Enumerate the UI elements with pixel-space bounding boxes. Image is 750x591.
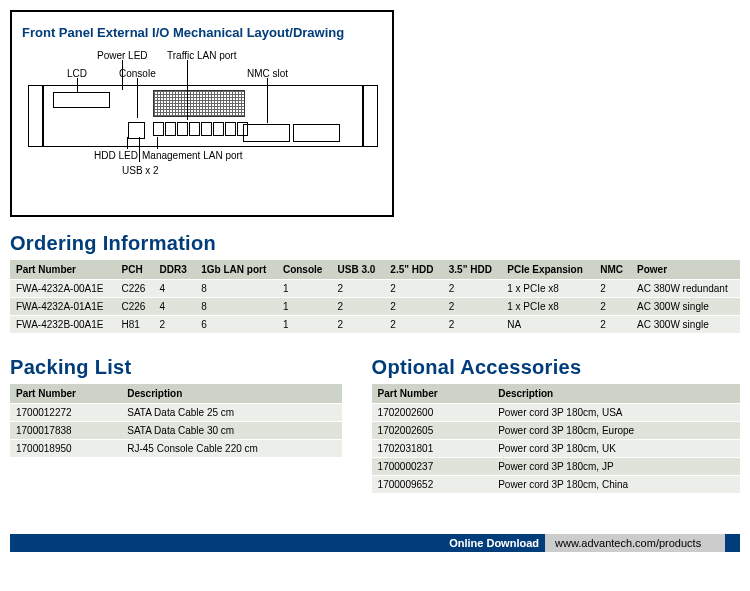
table-cell: 1 x PCIe x8 bbox=[501, 280, 594, 298]
table-cell: 1700000237 bbox=[372, 458, 493, 476]
table-cell: 2 bbox=[594, 280, 631, 298]
leader-line bbox=[127, 137, 128, 149]
column-header: PCH bbox=[116, 260, 154, 280]
table-cell: NA bbox=[501, 316, 594, 334]
table-cell: 2 bbox=[594, 298, 631, 316]
table-row: FWA-4232A-01A1EC2264812221 x PCIe x82AC … bbox=[10, 298, 740, 316]
table-cell: 2 bbox=[332, 316, 385, 334]
table-row: 1702002600Power cord 3P 180cm, USA bbox=[372, 404, 740, 422]
lan-port-icon bbox=[225, 122, 236, 136]
table-cell: 1 bbox=[277, 280, 332, 298]
column-header: PCIe Expansion bbox=[501, 260, 594, 280]
table-cell: SATA Data Cable 30 cm bbox=[121, 422, 341, 440]
nmc-slot-icon bbox=[243, 124, 290, 142]
ordering-title: Ordering Information bbox=[10, 232, 740, 255]
table-cell: C226 bbox=[116, 298, 154, 316]
lan-port-icon bbox=[189, 122, 200, 136]
table-cell: Power cord 3P 180cm, UK bbox=[492, 440, 740, 458]
table-cell: Power cord 3P 180cm, China bbox=[492, 476, 740, 494]
table-cell: 1702031801 bbox=[372, 440, 493, 458]
column-header: Description bbox=[121, 384, 341, 404]
column-header: DDR3 bbox=[154, 260, 196, 280]
table-cell: 4 bbox=[154, 298, 196, 316]
table-cell: 6 bbox=[195, 316, 277, 334]
table-row: 1702002605Power cord 3P 180cm, Europe bbox=[372, 422, 740, 440]
table-cell: AC 380W redundant bbox=[631, 280, 740, 298]
usb-ports-icon bbox=[128, 122, 145, 139]
table-cell: 2 bbox=[594, 316, 631, 334]
table-cell: 2 bbox=[384, 280, 442, 298]
chassis-outline bbox=[42, 85, 364, 147]
table-cell: FWA-4232B-00A1E bbox=[10, 316, 116, 334]
table-cell: 1700018950 bbox=[10, 440, 121, 458]
table-cell: 2 bbox=[332, 298, 385, 316]
table-row: 1700000237Power cord 3P 180cm, JP bbox=[372, 458, 740, 476]
table-row: 1700017838SATA Data Cable 30 cm bbox=[10, 422, 342, 440]
lan-port-icon bbox=[213, 122, 224, 136]
column-header: 2.5" HDD bbox=[384, 260, 442, 280]
column-header: NMC bbox=[594, 260, 631, 280]
table-cell: C226 bbox=[116, 280, 154, 298]
rack-ear-left bbox=[28, 85, 44, 147]
footer-url[interactable]: www.advantech.com/products bbox=[545, 534, 725, 552]
label-mgmt-lan: Management LAN port bbox=[142, 150, 243, 161]
table-cell: 1702002605 bbox=[372, 422, 493, 440]
table-cell: Power cord 3P 180cm, USA bbox=[492, 404, 740, 422]
table-cell: 4 bbox=[154, 280, 196, 298]
nmc-slot-icon bbox=[293, 124, 340, 142]
label-traffic-lan: Traffic LAN port bbox=[167, 50, 236, 61]
table-row: FWA-4232B-00A1EH81261222NA2AC 300W singl… bbox=[10, 316, 740, 334]
accessories-title: Optional Accessories bbox=[372, 356, 740, 379]
table-cell: 2 bbox=[384, 316, 442, 334]
table-row: 1702031801Power cord 3P 180cm, UK bbox=[372, 440, 740, 458]
table-row: 1700018950RJ-45 Console Cable 220 cm bbox=[10, 440, 342, 458]
column-header: Part Number bbox=[10, 260, 116, 280]
table-cell: 2 bbox=[332, 280, 385, 298]
column-header: Description bbox=[492, 384, 740, 404]
column-header: Console bbox=[277, 260, 332, 280]
table-cell: 1700009652 bbox=[372, 476, 493, 494]
table-cell: 2 bbox=[443, 298, 501, 316]
leader-line bbox=[187, 60, 188, 120]
packing-title: Packing List bbox=[10, 356, 342, 379]
panel-diagram: LCD Power LED Console Traffic LAN port N… bbox=[22, 50, 382, 200]
packing-table: Part NumberDescription 1700012272SATA Da… bbox=[10, 384, 342, 458]
table-cell: 1700017838 bbox=[10, 422, 121, 440]
column-header: Power bbox=[631, 260, 740, 280]
front-panel-box: Front Panel External I/O Mechanical Layo… bbox=[10, 10, 394, 217]
table-cell: AC 300W single bbox=[631, 298, 740, 316]
table-cell: FWA-4232A-00A1E bbox=[10, 280, 116, 298]
table-cell: 2 bbox=[443, 316, 501, 334]
table-cell: 1 x PCIe x8 bbox=[501, 298, 594, 316]
label-hdd-led: HDD LED bbox=[94, 150, 138, 161]
footer-bar: Online Download www.advantech.com/produc… bbox=[10, 534, 740, 552]
table-cell: Power cord 3P 180cm, JP bbox=[492, 458, 740, 476]
leader-line bbox=[267, 78, 268, 123]
leader-line bbox=[77, 78, 78, 93]
lan-port-icon bbox=[165, 122, 176, 136]
column-header: 3.5" HDD bbox=[443, 260, 501, 280]
table-cell: 1 bbox=[277, 298, 332, 316]
column-header: Part Number bbox=[372, 384, 493, 404]
column-header: USB 3.0 bbox=[332, 260, 385, 280]
table-cell: 8 bbox=[195, 298, 277, 316]
column-header: 1Gb LAN port bbox=[195, 260, 277, 280]
table-cell: 2 bbox=[154, 316, 196, 334]
table-cell: 1 bbox=[277, 316, 332, 334]
table-cell: 1700012272 bbox=[10, 404, 121, 422]
lan-port-icon bbox=[177, 122, 188, 136]
table-cell: 2 bbox=[384, 298, 442, 316]
lan-port-icon bbox=[201, 122, 212, 136]
lcd-slot-icon bbox=[53, 92, 110, 108]
table-cell: 2 bbox=[443, 280, 501, 298]
leader-line bbox=[157, 137, 158, 149]
leader-line bbox=[139, 137, 140, 162]
vent-grid-icon bbox=[153, 90, 245, 117]
accessories-table: Part NumberDescription 1702002600Power c… bbox=[372, 384, 740, 494]
table-cell: H81 bbox=[116, 316, 154, 334]
leader-line bbox=[137, 78, 138, 118]
table-row: 1700009652Power cord 3P 180cm, China bbox=[372, 476, 740, 494]
table-cell: RJ-45 Console Cable 220 cm bbox=[121, 440, 341, 458]
column-header: Part Number bbox=[10, 384, 121, 404]
table-row: 1700012272SATA Data Cable 25 cm bbox=[10, 404, 342, 422]
